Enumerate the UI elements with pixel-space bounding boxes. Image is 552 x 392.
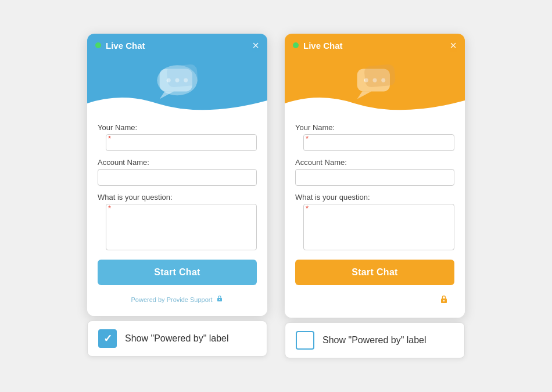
orange-chat-widget: Live Chat × You: [285, 34, 465, 318]
orange-header-title: Live Chat: [303, 41, 450, 51]
blue-account-group: Account Name:: [98, 158, 257, 186]
orange-question-label: What is your question:: [295, 193, 454, 202]
blue-question-required: *: [108, 204, 111, 213]
blue-name-label: Your Name:: [98, 123, 257, 132]
orange-widget-header: Live Chat ×: [285, 34, 465, 57]
blue-account-field-row: [98, 169, 257, 186]
blue-name-required: *: [108, 134, 111, 143]
svg-rect-14: [364, 64, 396, 88]
blue-hero: [87, 57, 267, 115]
orange-checkbox-section[interactable]: ✓ Show "Powered by" label: [285, 322, 465, 358]
blue-hero-wave: [87, 92, 267, 115]
orange-name-field-row: *: [295, 134, 454, 151]
blue-question-field-row: *: [98, 204, 257, 253]
orange-lock-row: [295, 292, 454, 312]
orange-lock-icon: [439, 294, 449, 306]
orange-widget-wrapper: Live Chat × You: [285, 34, 465, 358]
blue-name-input[interactable]: [106, 134, 257, 151]
orange-question-required: *: [306, 204, 309, 213]
orange-widget-body: Your Name: * Account Name: What is your …: [285, 115, 465, 318]
orange-checkbox-label: Show "Powered by" label: [322, 335, 426, 346]
blue-name-field-row: *: [98, 134, 257, 151]
orange-account-field-row: [295, 169, 454, 186]
blue-header-title: Live Chat: [106, 41, 252, 51]
orange-start-chat-button[interactable]: Start Chat: [295, 260, 454, 285]
blue-question-label: What is your question:: [98, 193, 257, 202]
orange-account-label: Account Name:: [295, 158, 454, 167]
blue-question-group: What is your question: *: [98, 193, 257, 253]
blue-checkbox-label: Show "Powered by" label: [125, 333, 229, 344]
svg-point-16: [443, 300, 445, 301]
blue-powered-icon: [216, 294, 224, 304]
orange-name-input[interactable]: [303, 134, 454, 151]
blue-powered-text: Powered by Provide Support: [131, 296, 212, 303]
orange-name-label: Your Name:: [295, 123, 454, 132]
blue-status-dot: [95, 42, 101, 48]
orange-account-group: Account Name:: [295, 158, 454, 186]
orange-hero: [285, 57, 465, 115]
orange-name-required: *: [306, 134, 309, 143]
blue-checkbox[interactable]: ✓: [98, 329, 117, 348]
orange-hero-wave: [285, 92, 465, 115]
blue-name-group: Your Name: *: [98, 123, 257, 151]
orange-question-group: What is your question: *: [295, 193, 454, 253]
blue-account-input[interactable]: [98, 169, 257, 186]
orange-status-dot: [293, 42, 299, 48]
blue-account-label: Account Name:: [98, 158, 257, 167]
orange-name-group: Your Name: *: [295, 123, 454, 151]
blue-chat-widget: Live Chat ×: [87, 34, 267, 316]
svg-rect-6: [166, 64, 198, 88]
blue-question-textarea[interactable]: [106, 204, 257, 250]
main-container: Live Chat ×: [76, 22, 476, 370]
orange-account-input[interactable]: [295, 169, 454, 186]
blue-checkbox-section[interactable]: ✓ Show "Powered by" label: [87, 321, 267, 357]
orange-close-button[interactable]: ×: [450, 39, 457, 51]
blue-widget-wrapper: Live Chat ×: [87, 34, 267, 357]
blue-start-chat-button[interactable]: Start Chat: [98, 260, 257, 285]
blue-powered-footer: Powered by Provide Support: [98, 292, 257, 310]
blue-checkmark-icon: ✓: [103, 333, 112, 344]
svg-point-8: [219, 299, 220, 300]
blue-widget-header: Live Chat ×: [87, 34, 267, 57]
blue-widget-body: Your Name: * Account Name: What is your …: [87, 115, 267, 316]
orange-question-field-row: *: [295, 204, 454, 253]
orange-checkbox[interactable]: ✓: [296, 331, 314, 350]
blue-close-button[interactable]: ×: [252, 39, 259, 51]
orange-question-textarea[interactable]: [303, 204, 454, 250]
